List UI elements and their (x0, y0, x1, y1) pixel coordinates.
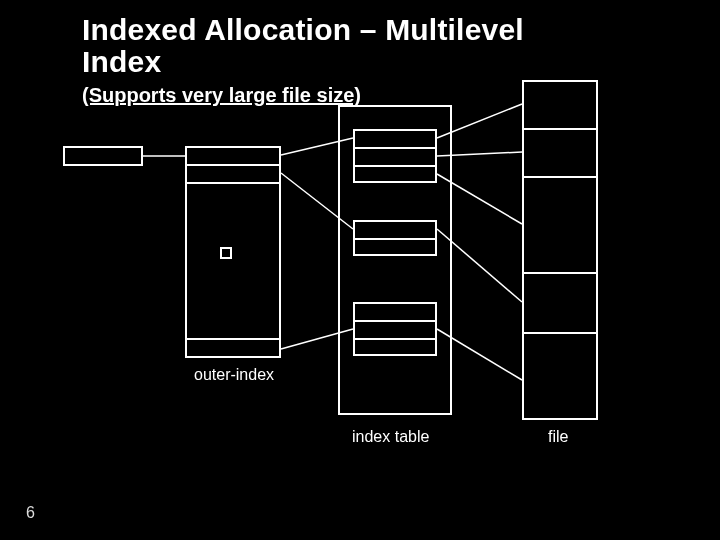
index-cell (355, 131, 435, 149)
file-block (524, 130, 596, 178)
index-cell (355, 240, 435, 258)
root-pointer-box (63, 146, 143, 166)
outer-index-cell (187, 322, 279, 340)
outer-index-cell (187, 166, 279, 184)
index-table-label: index table (352, 428, 429, 446)
title-line-1: Indexed Allocation – Multilevel (82, 13, 524, 46)
index-cell (355, 322, 435, 340)
file-block (524, 178, 596, 274)
page-number: 6 (26, 504, 35, 522)
title-line-2: Index (82, 45, 161, 78)
outer-index-label: outer-index (194, 366, 274, 384)
outer-index-gap (187, 184, 279, 322)
file-block (524, 274, 596, 334)
outer-index-box (185, 146, 281, 358)
file-box (522, 80, 598, 420)
outer-index-cell (187, 340, 279, 358)
file-block (524, 82, 596, 130)
index-cell (355, 222, 435, 240)
slide-root: Indexed Allocation – Multilevel Index (S… (0, 0, 720, 540)
slide-title: Indexed Allocation – Multilevel Index (82, 14, 524, 77)
file-label: file (548, 428, 568, 446)
slide-subtitle: (Supports very large file size) (82, 84, 361, 107)
index-block-top (353, 129, 437, 183)
index-cell (355, 340, 435, 358)
index-cell (355, 304, 435, 322)
index-block-bottom (353, 302, 437, 356)
outer-index-cell (187, 148, 279, 166)
index-cell (355, 149, 435, 167)
index-cell (355, 167, 435, 185)
index-block-middle (353, 220, 437, 256)
ellipsis-icon (220, 247, 232, 259)
